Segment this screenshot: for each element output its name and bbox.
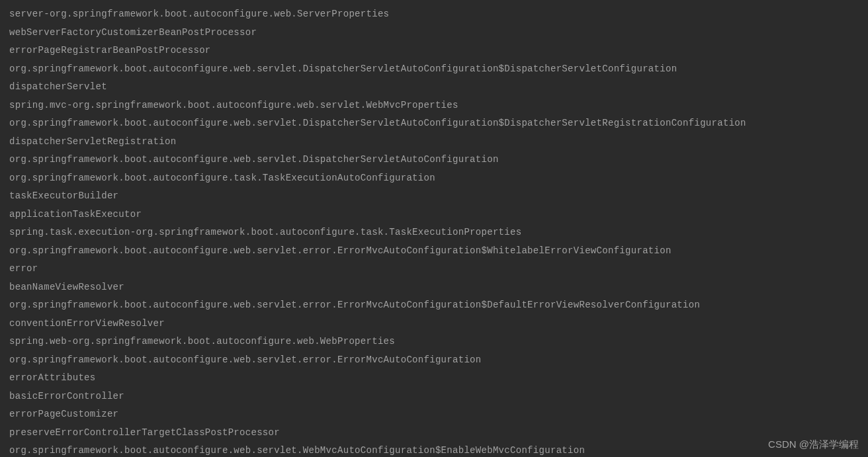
log-line: error	[9, 260, 859, 278]
log-line: org.springframework.boot.autoconfigure.w…	[9, 351, 859, 370]
watermark-label: CSDN @浩泽学编程	[768, 435, 859, 454]
console-output: server-org.springframework.boot.autoconf…	[9, 5, 859, 457]
log-line: spring.web-org.springframework.boot.auto…	[9, 333, 859, 351]
log-line: taskExecutorBuilder	[9, 187, 859, 206]
log-line: org.springframework.boot.autoconfigure.t…	[9, 169, 859, 188]
log-line: org.springframework.boot.autoconfigure.w…	[9, 242, 859, 261]
log-line: beanNameViewResolver	[9, 278, 859, 297]
log-line: dispatcherServletRegistration	[9, 133, 859, 151]
log-line: webServerFactoryCustomizerBeanPostProces…	[9, 24, 859, 42]
log-line: preserveErrorControllerTargetClassPostPr…	[9, 424, 859, 442]
log-line: errorAttributes	[9, 369, 859, 388]
log-line: org.springframework.boot.autoconfigure.w…	[9, 442, 859, 457]
log-line: spring.task.execution-org.springframewor…	[9, 224, 859, 242]
log-line: basicErrorController	[9, 388, 859, 406]
log-line: conventionErrorViewResolver	[9, 315, 859, 333]
log-line: errorPageRegistrarBeanPostProcessor	[9, 42, 859, 60]
log-line: server-org.springframework.boot.autoconf…	[9, 5, 859, 24]
log-line: org.springframework.boot.autoconfigure.w…	[9, 60, 859, 79]
log-line: org.springframework.boot.autoconfigure.w…	[9, 151, 859, 169]
log-line: org.springframework.boot.autoconfigure.w…	[9, 114, 859, 133]
log-line: dispatcherServlet	[9, 78, 859, 97]
log-line: org.springframework.boot.autoconfigure.w…	[9, 296, 859, 315]
log-line: errorPageCustomizer	[9, 405, 859, 424]
log-line: spring.mvc-org.springframework.boot.auto…	[9, 97, 859, 115]
log-line: applicationTaskExecutor	[9, 206, 859, 224]
